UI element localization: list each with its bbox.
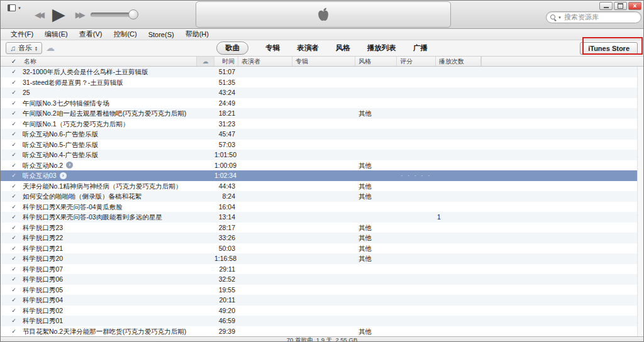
table-row[interactable]: ✓ 科学脱口秀04 20:11 <box>1 295 643 306</box>
row-checkbox[interactable]: ✓ <box>7 150 21 160</box>
row-checkbox[interactable]: ✓ <box>7 326 21 337</box>
song-time: 44:43 <box>214 181 238 192</box>
song-rating <box>397 150 436 160</box>
volume-slider-knob[interactable] <box>128 9 138 19</box>
row-checkbox[interactable]: ✓ <box>7 264 21 275</box>
tab-radio[interactable]: 广播 <box>413 43 428 53</box>
table-row[interactable]: ✓ 节目花絮No.2天津分能那一群吃货(巧克力爱巧克力后期) 29:39 其他 <box>1 326 643 337</box>
row-checkbox[interactable]: ✓ <box>7 285 21 295</box>
row-checkbox[interactable]: ✓ <box>7 295 21 306</box>
itunes-store-button[interactable]: iTunes Store <box>580 42 638 55</box>
row-checkbox[interactable]: ✓ <box>7 253 21 264</box>
table-row[interactable]: ✓ 听众互动No.4-广告垫乐版 1:01:50 <box>1 150 643 160</box>
next-button[interactable]: ▶▶ <box>69 10 89 19</box>
row-checkbox[interactable]: ✓ <box>7 140 21 150</box>
app-menu-button[interactable]: ▼ <box>8 4 21 11</box>
close-button[interactable]: × <box>628 2 641 10</box>
row-checkbox[interactable]: ✓ <box>7 191 21 202</box>
menu-help[interactable]: 帮助(H) <box>180 30 214 39</box>
row-checkbox[interactable]: ✓ <box>7 316 21 326</box>
column-header-rating[interactable]: 评分 <box>397 57 436 66</box>
menu-file[interactable]: 文件(F) <box>5 30 39 39</box>
table-row[interactable]: ✓ 听众互动No.6-广告垫乐版 45:47 <box>1 129 643 140</box>
row-checkbox[interactable]: ✓ <box>7 170 21 181</box>
table-row[interactable]: ✓ 听众互动No.5-广告垫乐版 57:03 <box>1 140 643 150</box>
table-row[interactable]: ✓ 科学脱口秀01 46:59 <box>1 316 643 326</box>
column-header-genre[interactable]: 风格 <box>355 57 397 66</box>
minimize-button[interactable] <box>599 2 613 10</box>
column-header-plays[interactable]: 播放次数 <box>436 57 481 66</box>
row-checkbox[interactable]: ✓ <box>7 212 21 223</box>
menu-store[interactable]: Store(S) <box>143 31 180 38</box>
song-playcount <box>436 129 481 140</box>
menu-controls[interactable]: 控制(C) <box>108 30 142 39</box>
table-row[interactable]: ✓ 科学脱口秀22 33:26 其他 <box>1 233 643 243</box>
song-time: 20:11 <box>214 295 238 306</box>
goto-arrow-icon[interactable]: › <box>60 172 67 179</box>
song-name: 节目花絮No.2天津分能那一群吃货(巧克力爱巧克力后期) <box>21 326 197 337</box>
row-checkbox[interactable]: ✓ <box>7 202 21 212</box>
table-row[interactable]: ✓ 午间版No.3七夕特辑催情专场 24:49 <box>1 98 643 109</box>
table-row[interactable]: ✓ 科学脱口秀23 28:17 其他 <box>1 223 643 233</box>
row-checkbox[interactable]: ✓ <box>7 243 21 254</box>
play-button[interactable]: ▶ <box>52 1 65 28</box>
table-row[interactable]: ✓ 科学脱口秀07 29:11 <box>1 264 643 275</box>
song-album <box>292 150 355 160</box>
song-name: 听众互动No.4-广告垫乐版 <box>21 150 197 160</box>
table-row[interactable]: ✓ 听众互动No.2› 1:00:09 其他 <box>1 160 643 171</box>
row-checkbox[interactable]: ✓ <box>7 98 21 109</box>
row-checkbox[interactable]: ✓ <box>7 129 21 140</box>
tab-songs[interactable]: 歌曲 <box>216 41 248 55</box>
row-checkbox[interactable]: ✓ <box>7 233 21 243</box>
row-checkbox[interactable]: ✓ <box>7 306 21 316</box>
song-rating <box>397 264 436 275</box>
column-header-cloud-icon[interactable]: ☁ <box>197 57 214 66</box>
row-checkbox[interactable]: ✓ <box>7 274 21 285</box>
table-row[interactable]: ✓ 午间版No.1（巧克力爱巧克力后期） 31:23 <box>1 119 643 130</box>
song-playcount <box>436 150 481 160</box>
row-checkbox[interactable]: ✓ <box>7 160 21 171</box>
tab-artists[interactable]: 表演者 <box>297 43 319 53</box>
table-row[interactable]: ✓ 31-steed老师是直男？-土豆剪辑版 51:35 <box>1 77 643 88</box>
table-row[interactable]: ✓ 科学脱口秀X果壳问答-03肉眼能看到多远的星星 13:14 1 <box>1 212 643 223</box>
table-row[interactable]: ✓ 科学脱口秀20 1:16:58 其他 <box>1 253 643 264</box>
tab-albums[interactable]: 专辑 <box>265 43 280 53</box>
table-row[interactable]: ✓ 科学脱口秀06 32:52 <box>1 274 643 285</box>
table-row[interactable]: ✓ 如何安全的啪啪啪（侧录版）备稿和花絮 8:24 其他 <box>1 191 643 202</box>
song-album <box>292 212 355 223</box>
scrollbar[interactable] <box>637 67 643 336</box>
song-artist <box>238 191 292 202</box>
column-header-artist[interactable]: 表演者 <box>238 57 292 66</box>
table-row[interactable]: ✓ 午间版No.2咱一起去观星看植物吧(巧克力爱巧克力后期) 18:21 其他 <box>1 108 643 119</box>
tab-genres[interactable]: 风格 <box>336 43 350 53</box>
tab-playlists[interactable]: 播放列表 <box>367 43 396 53</box>
search-input[interactable]: ▼ 搜索资源库 <box>546 11 641 23</box>
table-row[interactable]: ✓ 32-1000年后人类会是什么鸟样-土豆剪辑版 51:07 <box>1 67 643 77</box>
table-row[interactable]: ✓ 25 43:24 <box>1 87 643 98</box>
table-row[interactable]: ✓ 天津分能No.1精神病与神经病（巧克力爱巧克力后期） 44:43 其他 <box>1 181 643 192</box>
row-checkbox[interactable]: ✓ <box>7 119 21 130</box>
menu-view[interactable]: 查看(V) <box>74 30 108 39</box>
table-row[interactable]: ✓ 科学脱口秀05 19:55 <box>1 285 643 295</box>
song-album <box>292 119 355 130</box>
previous-button[interactable]: ◀◀ <box>28 10 48 19</box>
column-header-album[interactable]: 专辑 <box>292 57 355 66</box>
table-row[interactable]: ✓ 科学脱口秀02 49:20 <box>1 306 643 316</box>
row-checkbox[interactable]: ✓ <box>7 77 21 88</box>
transport-controls: ◀◀ ▶ ▶▶ <box>28 1 89 28</box>
row-checkbox[interactable]: ✓ <box>7 108 21 119</box>
row-checkbox[interactable]: ✓ <box>7 223 21 233</box>
column-header-name[interactable]: 名称 <box>21 57 197 66</box>
maximize-button[interactable] <box>614 2 627 10</box>
song-artist <box>238 160 292 171</box>
menu-edit[interactable]: 编辑(E) <box>39 30 74 39</box>
table-row[interactable]: ✓ 听众互动03› 1:02:34 · · · · · <box>1 170 643 181</box>
row-checkbox[interactable]: ✓ <box>7 87 21 98</box>
row-checkbox[interactable]: ✓ <box>7 181 21 192</box>
column-header-time[interactable]: 时间 <box>214 57 238 66</box>
row-checkbox[interactable]: ✓ <box>7 67 21 77</box>
goto-arrow-icon[interactable]: › <box>66 162 73 168</box>
header-checkmark[interactable]: ✓ <box>7 57 21 66</box>
table-row[interactable]: ✓ 科学脱口秀X果壳问答-04黄瓜敷脸 16:04 <box>1 202 643 212</box>
table-row[interactable]: ✓ 科学脱口秀21 50:03 其他 <box>1 243 643 254</box>
